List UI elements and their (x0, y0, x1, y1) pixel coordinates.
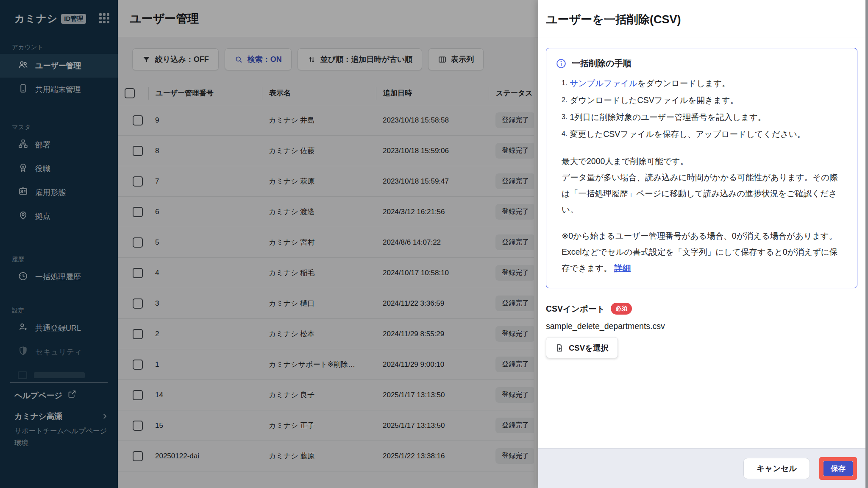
panel-footer: キャンセル 保存 (538, 448, 868, 488)
csv-import-label: CSVインポート (546, 303, 605, 315)
info-icon (556, 58, 567, 69)
target-annotation-box: 保存 (819, 457, 857, 480)
required-badge: 必須 (611, 303, 632, 315)
step-1: 1.サンプルファイルをダウンロードします。 (562, 75, 845, 92)
detail-link[interactable]: 詳細 (614, 263, 631, 273)
limit-paragraph: 最大で2000人まで削除可能です。 データ量が多い場合、読み込みに時間がかかる可… (562, 153, 845, 218)
panel-title: ユーザーを一括削除(CSV) (538, 0, 868, 27)
selected-filename: sample_delete_departments.csv (546, 321, 868, 331)
modal-backdrop[interactable] (0, 0, 538, 488)
save-button[interactable]: 保存 (823, 461, 853, 476)
window-scrollbar[interactable] (865, 0, 868, 488)
cancel-button[interactable]: キャンセル (743, 458, 810, 479)
info-box: 一括削除の手順 1.サンプルファイルをダウンロードします。 2.ダウンロードした… (546, 48, 857, 288)
file-upload-icon (555, 343, 564, 352)
panel-header: ユーザーを一括削除(CSV) (538, 0, 868, 37)
step-3: 3.1列目に削除対象のユーザー管理番号を記入します。 (562, 109, 845, 126)
step-2: 2.ダウンロードしたCSVファイルを開きます。 (562, 92, 845, 109)
zero-warning-paragraph: ※0から始まるユーザー管理番号がある場合、0が消える場合があります。Excelな… (562, 228, 845, 276)
step-4: 4.変更したCSVファイルを保存し、アップロードしてください。 (562, 126, 845, 143)
select-csv-button[interactable]: CSVを選択 (546, 337, 618, 358)
csv-import-section: CSVインポート 必須 sample_delete_departments.cs… (546, 303, 868, 358)
bulk-delete-panel: ユーザーを一括削除(CSV) 一括削除の手順 1.サンプルファイルをダウンロード… (538, 0, 868, 488)
step-list: 1.サンプルファイルをダウンロードします。 2.ダウンロードしたCSVファイルを… (562, 75, 845, 143)
app-window: カミナシ ID管理 アカウント ユーザー管理 共用端末管理 マスタ 部署 役職 … (0, 0, 868, 488)
info-heading: 一括削除の手順 (572, 58, 631, 69)
sample-file-link[interactable]: サンプルファイル (570, 78, 637, 88)
